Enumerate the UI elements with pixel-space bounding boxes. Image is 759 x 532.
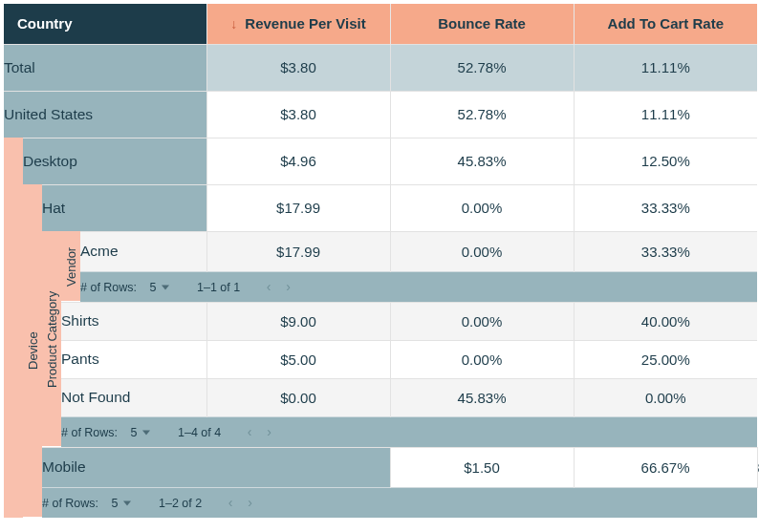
pivot-table: Country ↓Revenue Per Visit Bounce Rate A… bbox=[4, 4, 757, 518]
pager-size-select[interactable]: 5 bbox=[150, 281, 169, 294]
row-us: United States $3.80 52.78% 11.11% bbox=[4, 91, 757, 138]
cell-hat-atc: 33.33% bbox=[574, 184, 757, 231]
cell-pants-br: 0.00% bbox=[390, 340, 574, 378]
cell-hat-rpv: $17.99 bbox=[206, 184, 390, 231]
cell-notfound-rpv: $0.00 bbox=[206, 378, 390, 416]
pager-device: # of Rows: 5 1–2 of 2 ‹ › bbox=[42, 487, 757, 518]
label-us[interactable]: United States bbox=[4, 91, 206, 138]
pager-prev-icon[interactable]: ‹ bbox=[267, 279, 271, 294]
pager-vendor: # of Rows: 5 1–1 of 1 ‹ › bbox=[80, 271, 757, 302]
row-desktop: Desktop $4.96 45.83% 12.50% bbox=[4, 138, 757, 184]
cell-pants-atc: 25.00% bbox=[574, 340, 757, 378]
pager-rows-label: # of Rows: bbox=[61, 426, 118, 439]
cell-us-br: 52.78% bbox=[390, 91, 574, 138]
pager-rows-label: # of Rows: bbox=[80, 281, 137, 294]
label-desktop[interactable]: Desktop bbox=[23, 138, 206, 184]
row-notfound: Not Found $0.00 45.83% 0.00% bbox=[4, 378, 757, 416]
pager-prodcat-row: # of Rows: 5 1–4 of 4 ‹ › bbox=[4, 416, 757, 447]
pager-prodcat: # of Rows: 5 1–4 of 4 ‹ › bbox=[61, 416, 757, 447]
label-mobile[interactable]: Mobile bbox=[42, 447, 390, 487]
cell-pants-rpv: $5.00 bbox=[206, 340, 390, 378]
cell-acme-br: 0.00% bbox=[390, 231, 574, 271]
cell-shirts-br: 0.00% bbox=[390, 302, 574, 340]
cell-desktop-br: 45.83% bbox=[390, 138, 574, 184]
label-pants[interactable]: Pants bbox=[61, 340, 206, 378]
header-dimension-label: Country bbox=[17, 15, 73, 32]
sort-desc-icon: ↓ bbox=[230, 16, 237, 32]
side-label-product-category: Product Category bbox=[42, 231, 61, 447]
label-acme[interactable]: Acme bbox=[80, 231, 206, 271]
pager-next-icon[interactable]: › bbox=[248, 495, 252, 510]
side-label-vendor: Vendor bbox=[61, 231, 80, 302]
header-metric-atc[interactable]: Add To Cart Rate bbox=[574, 4, 757, 44]
label-shirts[interactable]: Shirts bbox=[61, 302, 206, 340]
label-total[interactable]: Total bbox=[4, 44, 206, 91]
pager-range: 1–4 of 4 bbox=[178, 426, 221, 439]
pager-vendor-row: # of Rows: 5 1–1 of 1 ‹ › bbox=[4, 271, 757, 302]
header-row: Country ↓Revenue Per Visit Bounce Rate A… bbox=[4, 4, 757, 44]
row-hat: Device Hat $17.99 0.00% 33.33% bbox=[4, 184, 757, 231]
row-mobile: Mobile $1.50 66.67% 8.33% bbox=[4, 447, 757, 487]
side-label-device: Device bbox=[23, 184, 42, 518]
chevron-down-icon bbox=[142, 430, 150, 436]
pager-rows-label: # of Rows: bbox=[42, 497, 98, 510]
pager-next-icon[interactable]: › bbox=[267, 424, 271, 439]
cell-total-atc: 11.11% bbox=[574, 44, 757, 91]
cell-mobile-br: 66.67% bbox=[574, 447, 757, 487]
pager-range: 1–2 of 2 bbox=[159, 497, 202, 510]
cell-shirts-atc: 40.00% bbox=[574, 302, 757, 340]
pager-next-icon[interactable]: › bbox=[286, 279, 291, 294]
chevron-down-icon bbox=[123, 500, 131, 506]
row-shirts: Shirts $9.00 0.00% 40.00% bbox=[4, 302, 757, 340]
header-metric-rpv[interactable]: ↓Revenue Per Visit bbox=[206, 4, 390, 44]
cell-us-rpv: $3.80 bbox=[206, 91, 390, 138]
pad-country bbox=[4, 138, 23, 518]
row-total: Total $3.80 52.78% 11.11% bbox=[4, 44, 757, 91]
cell-desktop-atc: 12.50% bbox=[574, 138, 757, 184]
cell-total-br: 52.78% bbox=[390, 44, 574, 91]
chevron-down-icon bbox=[162, 285, 169, 290]
row-acme: Product Category Vendor Acme $17.99 0.00… bbox=[4, 231, 757, 271]
pager-size-select[interactable]: 5 bbox=[131, 426, 150, 439]
pager-prev-icon[interactable]: ‹ bbox=[228, 495, 233, 510]
cell-mobile-rpv: $1.50 bbox=[390, 447, 574, 487]
cell-hat-br: 0.00% bbox=[390, 184, 574, 231]
label-notfound[interactable]: Not Found bbox=[61, 378, 206, 416]
cell-desktop-rpv: $4.96 bbox=[206, 138, 390, 184]
cell-notfound-atc: 0.00% bbox=[574, 378, 757, 416]
pager-nav: ‹ › bbox=[242, 424, 277, 439]
cell-notfound-br: 45.83% bbox=[390, 378, 574, 416]
header-dimension[interactable]: Country bbox=[4, 4, 206, 44]
pager-device-row: # of Rows: 5 1–2 of 2 ‹ › bbox=[4, 487, 757, 518]
cell-shirts-rpv: $9.00 bbox=[206, 302, 390, 340]
cell-acme-rpv: $17.99 bbox=[206, 231, 390, 271]
row-pants: Pants $5.00 0.00% 25.00% bbox=[4, 340, 757, 378]
cell-us-atc: 11.11% bbox=[574, 91, 757, 138]
pager-prev-icon[interactable]: ‹ bbox=[248, 424, 252, 439]
pager-nav: ‹ › bbox=[223, 495, 258, 510]
cell-acme-atc: 33.33% bbox=[574, 231, 757, 271]
pager-nav: ‹ › bbox=[261, 279, 296, 294]
header-metric-bounce[interactable]: Bounce Rate bbox=[390, 4, 574, 44]
pager-size-select[interactable]: 5 bbox=[112, 497, 131, 510]
cell-total-rpv: $3.80 bbox=[206, 44, 390, 91]
pager-range: 1–1 of 1 bbox=[197, 281, 240, 294]
label-hat[interactable]: Hat bbox=[42, 184, 206, 231]
